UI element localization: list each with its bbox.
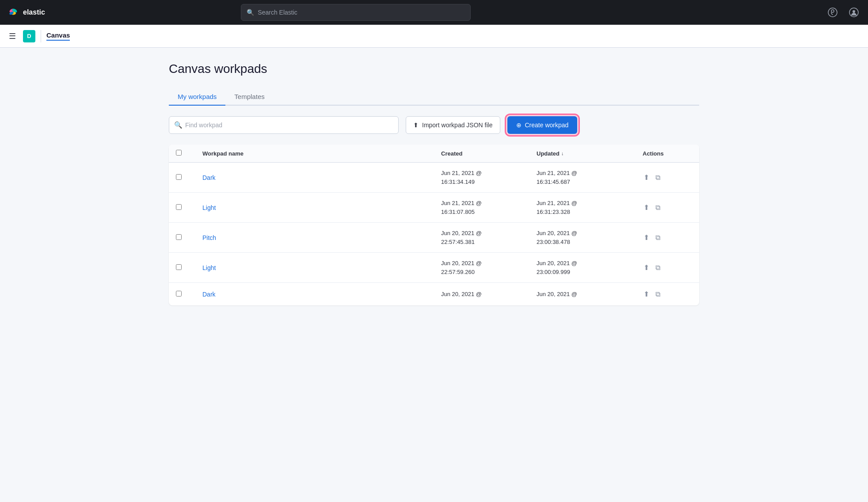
table-row: Dark Jun 21, 2021 @16:31:34.149 Jun 21, … (169, 163, 699, 193)
logo-text: elastic (23, 8, 45, 16)
col-header-name: Workpad name (195, 145, 434, 163)
import-workpad-button[interactable]: ⬆ Import workpad JSON file (406, 116, 500, 134)
find-workpad-wrapper: 🔍 (169, 116, 399, 134)
copy-icon[interactable]: ⧉ (655, 233, 661, 243)
workpad-link[interactable]: Dark (202, 291, 216, 298)
col-header-actions: Actions (636, 145, 699, 163)
created-date: Jun 21, 2021 @16:31:34.149 (441, 169, 522, 186)
top-navigation: elastic 🔍 (0, 0, 868, 25)
workpad-created-cell: Jun 20, 2021 @22:57:59.260 (434, 253, 529, 283)
table-row: Light Jun 20, 2021 @22:57:59.260 Jun 20,… (169, 253, 699, 283)
table-header-row: Workpad name Created Updated ↓ Actions (169, 145, 699, 163)
workpad-created-cell: Jun 21, 2021 @16:31:07.805 (434, 193, 529, 223)
workpad-name-cell: Pitch (195, 223, 434, 253)
import-label: Import workpad JSON file (422, 122, 493, 129)
workpad-name-cell: Dark (195, 163, 434, 193)
updated-date: Jun 21, 2021 @16:31:45.687 (537, 169, 628, 186)
created-date: Jun 20, 2021 @ (441, 290, 522, 299)
export-icon[interactable]: ⬆ (643, 232, 650, 243)
workpad-updated-cell: Jun 20, 2021 @ (529, 283, 636, 306)
workpad-updated-cell: Jun 21, 2021 @16:31:45.687 (529, 163, 636, 193)
workpad-created-cell: Jun 20, 2021 @ (434, 283, 529, 306)
workpad-link[interactable]: Light (202, 264, 216, 271)
workpad-link[interactable]: Pitch (202, 234, 216, 241)
workpad-name-cell: Light (195, 253, 434, 283)
search-icon: 🔍 (247, 9, 254, 16)
tabs-container: My workpads Templates (169, 88, 699, 106)
export-icon[interactable]: ⬆ (643, 202, 650, 213)
table-row: Dark Jun 20, 2021 @ Jun 20, 2021 @ ⬆ ⧉ (169, 283, 699, 306)
workpad-actions-cell: ⬆ ⧉ (636, 283, 699, 306)
sort-arrow-icon: ↓ (561, 151, 564, 156)
export-icon[interactable]: ⬆ (643, 262, 650, 273)
main-content: Canvas workpads My workpads Templates 🔍 … (151, 48, 717, 319)
col-header-updated[interactable]: Updated ↓ (529, 145, 636, 163)
copy-icon[interactable]: ⧉ (655, 263, 661, 273)
workpad-actions-cell: ⬆ ⧉ (636, 253, 699, 283)
updated-date: Jun 20, 2021 @ (537, 290, 628, 299)
search-bar-wrapper: 🔍 (241, 4, 471, 21)
workpads-table: Workpad name Created Updated ↓ Actions (169, 145, 699, 305)
copy-icon[interactable]: ⧉ (655, 173, 661, 183)
search-input[interactable] (258, 9, 465, 16)
updated-date: Jun 20, 2021 @23:00:38.478 (537, 229, 628, 246)
user-avatar-icon[interactable] (847, 5, 861, 19)
svg-point-8 (853, 10, 855, 13)
workpad-updated-cell: Jun 20, 2021 @23:00:38.478 (529, 223, 636, 253)
row-checkbox[interactable] (176, 174, 182, 180)
sub-nav-divider (41, 30, 41, 42)
workpad-actions-cell: ⬆ ⧉ (636, 193, 699, 223)
row-checkbox-cell[interactable] (169, 223, 195, 253)
space-badge[interactable]: D (23, 30, 35, 42)
row-checkbox[interactable] (176, 291, 182, 297)
tab-templates[interactable]: Templates (225, 88, 273, 106)
workpad-name-cell: Dark (195, 283, 434, 306)
workpad-created-cell: Jun 21, 2021 @16:31:34.149 (434, 163, 529, 193)
workpad-link[interactable]: Light (202, 204, 216, 211)
logo-area: elastic (7, 6, 60, 19)
help-icon[interactable] (826, 5, 840, 19)
svg-point-6 (831, 10, 834, 12)
create-workpad-button[interactable]: ⊕ Create workpad (507, 116, 578, 134)
workpad-created-cell: Jun 20, 2021 @22:57:45.381 (434, 223, 529, 253)
copy-icon[interactable]: ⧉ (655, 289, 661, 299)
row-checkbox[interactable] (176, 234, 182, 240)
row-checkbox-cell[interactable] (169, 163, 195, 193)
updated-date: Jun 20, 2021 @23:00:09.999 (537, 259, 628, 276)
workpad-actions-cell: ⬆ ⧉ (636, 163, 699, 193)
tab-my-workpads[interactable]: My workpads (169, 88, 225, 106)
elastic-logo-icon (7, 6, 19, 19)
workpad-updated-cell: Jun 21, 2021 @16:31:23.328 (529, 193, 636, 223)
sub-navigation: ☰ D Canvas (0, 25, 868, 48)
created-date: Jun 21, 2021 @16:31:07.805 (441, 199, 522, 216)
plus-circle-icon: ⊕ (516, 122, 522, 129)
col-header-created: Created (434, 145, 529, 163)
select-all-checkbox-header[interactable] (169, 145, 195, 163)
row-checkbox-cell[interactable] (169, 283, 195, 306)
workpad-actions-cell: ⬆ ⧉ (636, 223, 699, 253)
find-search-icon: 🔍 (174, 121, 183, 129)
import-icon: ⬆ (413, 122, 419, 129)
app-title[interactable]: Canvas (46, 31, 70, 41)
row-checkbox[interactable] (176, 204, 182, 210)
nav-icons (826, 5, 861, 19)
export-icon[interactable]: ⬆ (643, 172, 650, 183)
workpad-link[interactable]: Dark (202, 174, 216, 181)
workpad-name-cell: Light (195, 193, 434, 223)
created-date: Jun 20, 2021 @22:57:59.260 (441, 259, 522, 276)
toolbar-row: 🔍 ⬆ Import workpad JSON file ⊕ Create wo… (169, 116, 699, 134)
table-row: Pitch Jun 20, 2021 @22:57:45.381 Jun 20,… (169, 223, 699, 253)
row-checkbox[interactable] (176, 264, 182, 270)
workpad-updated-cell: Jun 20, 2021 @23:00:09.999 (529, 253, 636, 283)
select-all-checkbox[interactable] (176, 150, 182, 156)
hamburger-menu[interactable]: ☰ (7, 30, 18, 43)
updated-date: Jun 21, 2021 @16:31:23.328 (537, 199, 628, 216)
copy-icon[interactable]: ⧉ (655, 203, 661, 213)
search-bar[interactable]: 🔍 (241, 4, 471, 21)
find-workpad-input[interactable] (169, 116, 399, 134)
export-icon[interactable]: ⬆ (643, 289, 650, 299)
row-checkbox-cell[interactable] (169, 253, 195, 283)
row-checkbox-cell[interactable] (169, 193, 195, 223)
page-title: Canvas workpads (169, 62, 699, 76)
table-body: Dark Jun 21, 2021 @16:31:34.149 Jun 21, … (169, 163, 699, 306)
